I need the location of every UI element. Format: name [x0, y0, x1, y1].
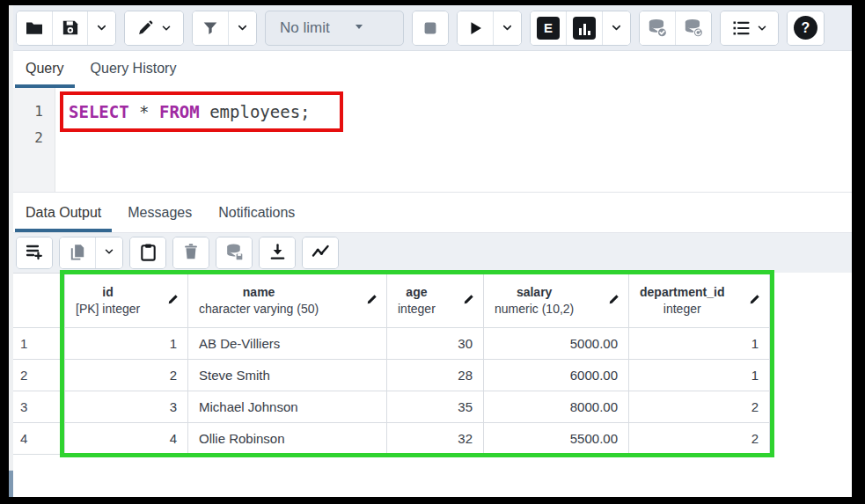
sql-keyword: SELECT	[69, 102, 139, 121]
chevron-down-icon	[236, 21, 249, 34]
code-area[interactable]: SELECT * FROM employees;	[55, 88, 852, 192]
graph-visualiser-icon	[310, 241, 331, 265]
cell-department-id[interactable]: 1	[629, 328, 770, 360]
explain-options-dropdown[interactable]	[602, 11, 630, 45]
save-button[interactable]	[52, 11, 87, 45]
cell-salary[interactable]: 6000.00	[484, 360, 629, 391]
save-data-icon	[224, 241, 246, 266]
chevron-down-icon	[160, 22, 172, 34]
column-header-age[interactable]: age integer	[387, 274, 484, 328]
explain-button-group: E	[530, 11, 631, 46]
editor-tabbar: Query Query History	[9, 51, 852, 88]
tab-notifications[interactable]: Notifications	[208, 205, 305, 232]
table-row: 2 2 Steve Smith 28 6000.00 1	[10, 360, 770, 391]
query-toolbar: No limit E	[9, 5, 852, 51]
download-button[interactable]	[260, 237, 295, 268]
stop-button[interactable]	[413, 11, 448, 45]
save-options-dropdown[interactable]	[87, 11, 115, 45]
tab-query[interactable]: Query	[15, 61, 75, 88]
edit-column-icon[interactable]	[748, 292, 762, 310]
column-header-id[interactable]: id [PK] integer	[65, 274, 188, 328]
graph-visualiser-button[interactable]	[303, 237, 338, 268]
add-row-button[interactable]	[17, 237, 52, 268]
edit-column-icon[interactable]	[166, 292, 180, 310]
chevron-down-icon	[95, 21, 108, 34]
tab-query-history[interactable]: Query History	[80, 61, 187, 88]
cell-salary[interactable]: 8000.00	[484, 391, 629, 423]
left-scrollbar[interactable]	[9, 5, 13, 497]
cell-name[interactable]: AB De-Villiers	[188, 328, 387, 360]
row-number[interactable]: 4	[10, 423, 65, 455]
commit-button[interactable]	[640, 11, 675, 45]
row-number[interactable]: 3	[10, 391, 65, 423]
cell-department-id[interactable]: 1	[629, 360, 770, 391]
sql-text: employees;	[209, 102, 310, 121]
row-number[interactable]: 2	[10, 360, 65, 391]
open-file-button[interactable]	[17, 11, 52, 45]
column-header-salary[interactable]: salary numeric (10,2)	[484, 274, 629, 328]
edit-column-icon[interactable]	[365, 292, 379, 310]
explain-icon: E	[537, 17, 560, 40]
column-type: numeric (10,2)	[495, 301, 574, 318]
download-group	[259, 237, 296, 269]
filter-icon	[201, 18, 220, 38]
delete-icon	[181, 242, 201, 264]
cell-id[interactable]: 2	[65, 360, 188, 391]
copy-button[interactable]	[60, 237, 95, 268]
copy-options-dropdown[interactable]	[95, 237, 122, 268]
edit-column-icon[interactable]	[607, 292, 621, 310]
cell-name[interactable]: Ollie Robinson	[188, 423, 387, 455]
edit-column-icon[interactable]	[462, 292, 476, 310]
red-highlight-box: SELECT * FROM employees;	[60, 91, 343, 132]
caret-down-icon	[353, 19, 365, 37]
help-button[interactable]: ?	[788, 11, 824, 45]
column-header-department-id[interactable]: department_id integer	[629, 274, 770, 328]
chevron-down-icon	[756, 22, 768, 34]
edit-dropdown-button[interactable]	[125, 11, 183, 45]
explain-button[interactable]: E	[531, 11, 566, 45]
row-limit-select[interactable]: No limit	[265, 11, 404, 46]
cell-age[interactable]: 35	[387, 391, 484, 423]
add-row-icon	[24, 241, 45, 265]
cell-id[interactable]: 1	[65, 328, 188, 360]
cell-department-id[interactable]: 2	[629, 391, 770, 423]
macros-button-group	[720, 11, 779, 46]
save-data-button[interactable]	[216, 237, 252, 268]
cell-salary[interactable]: 5500.00	[484, 423, 629, 455]
open-file-icon	[24, 18, 45, 39]
cell-age[interactable]: 32	[387, 423, 484, 455]
column-name: salary	[495, 284, 574, 301]
corner-cell[interactable]	[10, 274, 65, 328]
sql-editor[interactable]: 1 2 SELECT * FROM employees;	[9, 88, 852, 192]
cell-name[interactable]: Steve Smith	[188, 360, 387, 391]
chevron-down-icon	[610, 21, 623, 34]
delete-row-button[interactable]	[173, 237, 209, 268]
paste-button[interactable]	[130, 237, 165, 268]
cell-name[interactable]: Michael Johnson	[188, 391, 387, 423]
cell-salary[interactable]: 5000.00	[484, 328, 629, 360]
scrollbar-thumb[interactable]	[9, 471, 13, 497]
tab-data-output[interactable]: Data Output	[15, 205, 112, 232]
copy-group	[59, 237, 123, 269]
save-icon	[60, 18, 80, 38]
execute-button[interactable]	[458, 11, 493, 45]
tab-data-output-label: Data Output	[26, 205, 101, 220]
filter-button[interactable]	[193, 11, 228, 45]
file-button-group	[16, 11, 116, 46]
column-header-name[interactable]: name character varying (50)	[188, 274, 387, 328]
row-number[interactable]: 1	[10, 328, 65, 360]
cell-age[interactable]: 28	[387, 360, 484, 391]
filter-options-dropdown[interactable]	[228, 11, 256, 45]
cell-age[interactable]: 30	[387, 328, 484, 360]
cell-id[interactable]: 4	[65, 423, 188, 455]
tab-messages-label: Messages	[128, 205, 192, 220]
cell-department-id[interactable]: 2	[629, 423, 770, 455]
explain-analyze-button[interactable]	[566, 11, 602, 45]
paste-icon	[138, 242, 158, 265]
cell-id[interactable]: 3	[65, 391, 188, 423]
tab-messages[interactable]: Messages	[117, 205, 202, 232]
macros-dropdown-button[interactable]	[721, 11, 778, 45]
line-number: 1	[9, 99, 55, 125]
execute-options-dropdown[interactable]	[493, 11, 521, 45]
rollback-button[interactable]	[675, 11, 711, 45]
